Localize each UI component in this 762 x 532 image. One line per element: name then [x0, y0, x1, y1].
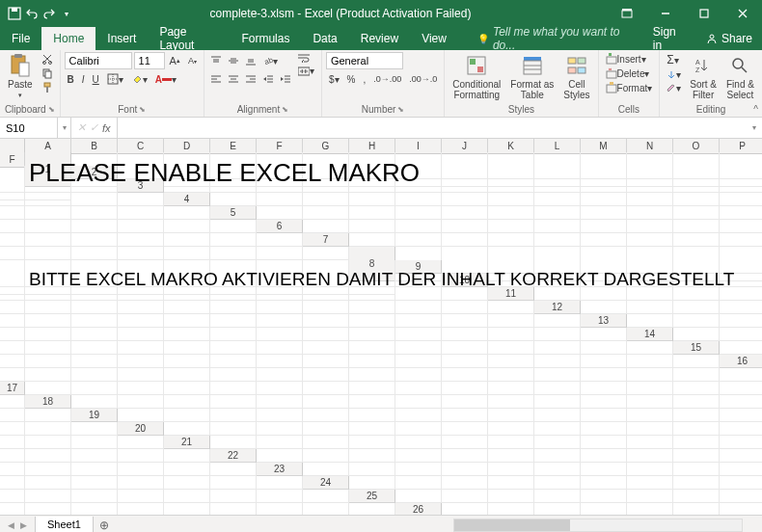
cell[interactable] [210, 233, 257, 247]
cell[interactable] [720, 382, 762, 395]
font-launcher-icon[interactable]: ⬊ [139, 105, 146, 114]
clear-button[interactable]: ▾ [664, 82, 684, 94]
cell[interactable] [442, 463, 488, 476]
cell[interactable] [257, 409, 303, 422]
cell[interactable] [720, 368, 762, 382]
cell[interactable] [257, 355, 303, 368]
cell[interactable] [534, 260, 581, 274]
tab-file[interactable]: File [0, 27, 41, 50]
cell[interactable] [257, 503, 303, 515]
cell[interactable] [210, 422, 257, 436]
cell[interactable] [303, 193, 349, 206]
cell[interactable] [534, 476, 581, 490]
cell[interactable] [488, 314, 534, 328]
orientation-button[interactable]: ab▾ [260, 55, 281, 67]
cell[interactable] [164, 314, 210, 328]
cell[interactable] [442, 409, 488, 422]
cell[interactable] [164, 476, 210, 490]
cell[interactable] [349, 382, 395, 395]
cell[interactable] [488, 179, 534, 193]
font-size-select[interactable] [134, 52, 165, 69]
cell[interactable] [210, 490, 257, 503]
cell[interactable] [118, 476, 164, 490]
fill-color-button[interactable]: ▾ [128, 72, 150, 86]
tab-insert[interactable]: Insert [95, 27, 148, 50]
cell[interactable] [488, 436, 534, 449]
cell[interactable] [118, 436, 164, 449]
cell[interactable] [488, 206, 534, 220]
decrease-font-button[interactable]: A▾ [185, 55, 200, 66]
cell[interactable] [395, 179, 442, 193]
cell[interactable] [627, 166, 673, 179]
cell[interactable] [210, 436, 257, 449]
cell[interactable] [488, 422, 534, 436]
cell[interactable] [257, 233, 303, 247]
cell[interactable] [442, 476, 488, 490]
cell[interactable] [442, 368, 488, 382]
borders-button[interactable]: ▾ [104, 72, 126, 86]
cell[interactable] [673, 422, 720, 436]
cell[interactable] [720, 449, 762, 463]
cell[interactable] [349, 395, 395, 409]
cell[interactable] [534, 368, 581, 382]
cell[interactable] [118, 382, 164, 395]
cell[interactable] [673, 193, 720, 206]
cell[interactable] [210, 166, 257, 179]
cell[interactable] [581, 449, 627, 463]
cell[interactable] [673, 382, 720, 395]
cell[interactable] [71, 206, 118, 220]
cell[interactable] [71, 287, 118, 301]
cell[interactable] [25, 314, 71, 328]
cell[interactable] [673, 476, 720, 490]
cell[interactable] [673, 220, 720, 233]
cell[interactable] [0, 341, 25, 355]
cell[interactable] [118, 449, 164, 463]
cell[interactable] [581, 422, 627, 436]
cell[interactable] [442, 287, 488, 301]
cell[interactable] [303, 422, 349, 436]
cell[interactable] [349, 220, 395, 233]
cell[interactable] [581, 355, 627, 368]
cell[interactable] [210, 463, 257, 476]
cell[interactable] [0, 220, 25, 233]
row-header[interactable]: 21 [164, 436, 210, 449]
close-icon[interactable] [723, 0, 762, 27]
cell[interactable] [534, 395, 581, 409]
copy-button[interactable] [39, 66, 56, 80]
paste-button[interactable]: Paste ▾ [4, 52, 37, 101]
cell[interactable] [442, 395, 488, 409]
cell[interactable] [257, 179, 303, 193]
cell[interactable] [71, 368, 118, 382]
cell[interactable] [164, 409, 210, 422]
cell[interactable] [164, 449, 210, 463]
cell[interactable] [118, 409, 164, 422]
cell[interactable] [164, 233, 210, 247]
cell[interactable] [118, 368, 164, 382]
cell[interactable] [488, 341, 534, 355]
cell[interactable] [25, 328, 71, 341]
cell[interactable] [257, 368, 303, 382]
cell[interactable] [25, 476, 71, 490]
cell[interactable] [673, 166, 720, 179]
cell[interactable] [534, 449, 581, 463]
cell[interactable] [349, 328, 395, 341]
cell[interactable] [71, 355, 118, 368]
scroll-thumb[interactable] [454, 519, 570, 531]
cell[interactable] [673, 490, 720, 503]
cell[interactable] [257, 314, 303, 328]
cell[interactable] [673, 314, 720, 328]
align-left-button[interactable] [208, 73, 224, 85]
cell[interactable] [118, 355, 164, 368]
cell[interactable] [720, 341, 762, 355]
cell[interactable] [210, 503, 257, 515]
cell[interactable] [118, 247, 164, 260]
cell[interactable] [395, 422, 442, 436]
number-format-select[interactable] [326, 52, 403, 69]
cell[interactable] [581, 166, 627, 179]
horizontal-scrollbar[interactable] [453, 519, 743, 532]
cell[interactable] [303, 436, 349, 449]
cell[interactable] [627, 206, 673, 220]
cell[interactable] [395, 301, 442, 314]
cell[interactable] [349, 449, 395, 463]
cell[interactable] [71, 193, 118, 206]
